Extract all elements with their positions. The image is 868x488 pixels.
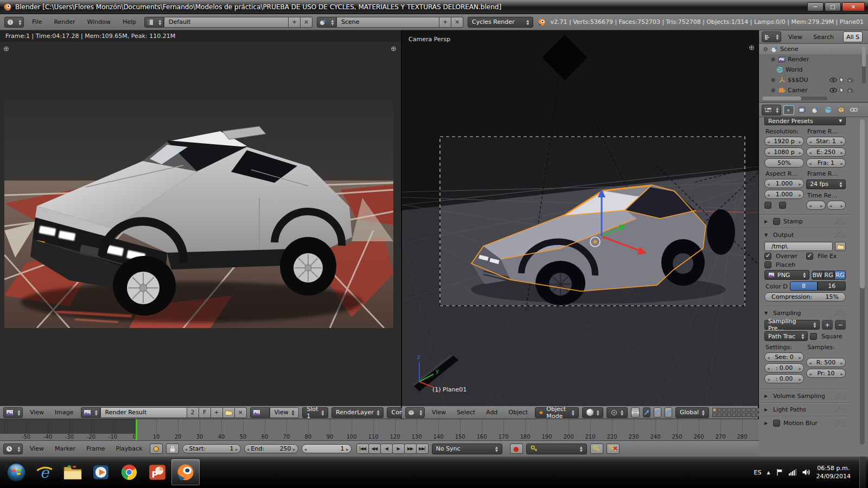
tab-render[interactable]	[783, 105, 794, 115]
editor-type-button-image[interactable]	[3, 407, 23, 418]
outliner-vertical-scrollbar[interactable]	[862, 46, 866, 84]
scene-icon-button[interactable]	[317, 17, 336, 28]
image-slot-count[interactable]: 2	[187, 407, 199, 418]
minimize-button[interactable]: ─	[807, 2, 824, 11]
taskbar-media-player[interactable]	[87, 459, 115, 485]
overwrite-checkbox[interactable]	[764, 253, 771, 260]
tab-world[interactable]	[822, 105, 833, 115]
editor-type-button-outliner[interactable]	[762, 31, 781, 42]
outliner-row-scene[interactable]: ⊖ Scene	[759, 44, 868, 54]
new-image-button[interactable]: +	[211, 407, 223, 418]
frame-end-field[interactable]: End: 250	[244, 444, 298, 453]
menu-window[interactable]: Window	[84, 18, 114, 25]
add-layout-button[interactable]: +	[289, 17, 301, 28]
panel-header-motion-blur[interactable]: ▶ Motion Blur	[759, 418, 851, 428]
menu-render[interactable]: Render	[50, 18, 79, 25]
region-expand-icon[interactable]: ⊕	[3, 44, 9, 53]
aspect-x-field[interactable]: 1.000	[764, 179, 804, 188]
compression-slider[interactable]: Compression: 15%	[764, 292, 846, 301]
show-hidden-icons-button[interactable]: ▲	[767, 470, 770, 475]
aspect-y-field[interactable]: 1.000	[764, 190, 804, 199]
frame-step-field[interactable]: Fra: 1	[806, 158, 846, 168]
frame-start-field[interactable]: Star: 1	[806, 137, 846, 146]
unlink-image-button[interactable]: ×	[235, 407, 247, 418]
tab-constraints[interactable]	[848, 105, 859, 115]
scale-manipulator-button[interactable]	[665, 407, 672, 418]
transform-orientation-select[interactable]: Global	[675, 407, 709, 418]
integrator-select[interactable]: Path Trac	[764, 331, 808, 341]
expand-icon[interactable]: ⊕	[770, 77, 776, 83]
clock[interactable]: 06:58 p.m. 24/09/2014	[816, 464, 854, 480]
timeline-menu-marker[interactable]: Marker	[51, 445, 79, 452]
editor-type-button-3dview[interactable]	[405, 407, 425, 418]
render-engine-select[interactable]: Cycles Render	[468, 17, 533, 28]
playback-button[interactable]: ▶	[392, 444, 405, 454]
screen-layout-icon-button[interactable]	[144, 17, 164, 28]
outliner-horizontal-scrollbar[interactable]	[762, 97, 827, 100]
border-checkbox[interactable]	[764, 202, 771, 209]
resolution-percentage-slider[interactable]: 50%	[764, 158, 804, 168]
motion-blur-checkbox[interactable]	[773, 420, 780, 427]
panel-header-light-paths[interactable]: ▶ Light Paths	[759, 404, 851, 415]
renderability-camera-icon[interactable]	[847, 88, 854, 93]
taskbar-internet-explorer[interactable]: e	[30, 459, 59, 485]
render-samples-field[interactable]: R: 500	[806, 358, 846, 367]
close-button[interactable]: ×	[842, 2, 865, 11]
selectability-cursor-icon[interactable]	[840, 87, 844, 93]
outliner-row-empty[interactable]: ⊕ $$$DU	[759, 75, 868, 85]
playback-button[interactable]: ▶▶	[404, 444, 417, 454]
add-scene-button[interactable]: +	[439, 17, 451, 28]
panel-header-output[interactable]: ▼ Output	[759, 230, 851, 240]
rotate-manipulator-button[interactable]	[654, 407, 661, 418]
record-button[interactable]: ●	[510, 444, 523, 454]
pivot-point-select[interactable]	[607, 407, 628, 418]
taskbar-windows-explorer[interactable]	[59, 459, 87, 485]
resolution-y-field[interactable]: 1080 p	[764, 147, 804, 157]
image-datablock-icon-button[interactable]	[81, 407, 100, 418]
current-frame-field[interactable]: 1	[302, 444, 352, 453]
playback-button[interactable]: ◀◀	[368, 444, 381, 454]
manipulator-toggle[interactable]	[631, 407, 640, 418]
stamp-checkbox[interactable]	[773, 218, 780, 225]
scene-field[interactable]: Scene	[336, 17, 439, 28]
clamp-indirect-field[interactable]: : 0.00	[764, 374, 804, 383]
frame-end-field[interactable]: E: 250	[806, 147, 846, 157]
render-slot-select[interactable]: Slot 1	[302, 407, 328, 418]
timeline-ruler[interactable]: -50-40-30-20-100102030405060708090100110…	[0, 419, 759, 440]
visibility-eye-icon[interactable]	[829, 78, 837, 82]
language-indicator[interactable]: ES	[754, 469, 762, 476]
collapse-icon[interactable]: ⊖	[762, 46, 769, 52]
show-desktop-button[interactable]	[859, 457, 866, 488]
playback-button[interactable]: |◀◀	[356, 444, 369, 454]
panel-header-stamp[interactable]: ▶ Stamp	[759, 216, 851, 227]
crop-checkbox[interactable]	[779, 202, 786, 209]
sampling-presets-select[interactable]: Sampling Pre…	[764, 320, 820, 330]
delete-keyframe-button[interactable]	[607, 444, 620, 454]
translate-manipulator-button[interactable]	[643, 407, 650, 418]
frame-start-field[interactable]: Start: 1	[182, 444, 241, 453]
clamp-direct-field[interactable]: : 0.00	[764, 363, 804, 373]
properties-scrollbar[interactable]	[860, 119, 865, 445]
start-button[interactable]	[2, 459, 30, 485]
panel-header-sampling[interactable]: ▼ Sampling	[759, 308, 851, 318]
frame-rate-select[interactable]: 24 fps	[806, 179, 846, 189]
playback-button[interactable]: ◀	[380, 444, 393, 454]
sync-mode-select[interactable]: No Sync	[432, 444, 502, 454]
outliner-row-camera[interactable]: ⊕ Camer	[759, 85, 868, 95]
expand-icon[interactable]: ⊕	[770, 87, 776, 93]
remove-sampling-preset-button[interactable]: −	[835, 320, 846, 330]
file-format-select[interactable]: PNG	[764, 270, 809, 280]
menu-file[interactable]: File	[28, 18, 46, 25]
tab-object[interactable]	[835, 105, 846, 115]
editor-type-button-info[interactable]: i	[4, 17, 24, 28]
outliner-display-filter[interactable]: All S	[843, 31, 863, 42]
panel-grip-icon[interactable]	[835, 219, 846, 224]
delete-scene-button[interactable]: ×	[451, 17, 463, 28]
maximize-button[interactable]: □	[825, 2, 841, 11]
screen-layout-field[interactable]: Default	[164, 17, 289, 28]
auto-keyframe-button[interactable]	[150, 444, 163, 454]
timeline-menu-frame[interactable]: Frame	[82, 445, 108, 452]
volume-icon[interactable]	[802, 468, 811, 476]
image-datablock-field[interactable]: Render Result	[100, 407, 187, 418]
panel-grip-icon[interactable]	[835, 407, 846, 413]
